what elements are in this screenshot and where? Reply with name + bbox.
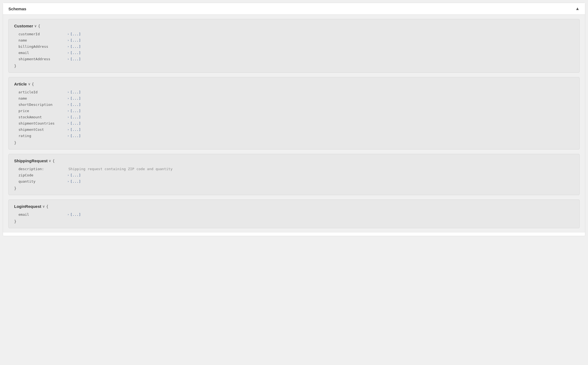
table-row: quantity› [...] <box>18 178 574 185</box>
schema-card-article: Article ∨ {articleId› [...]name› [...]sh… <box>8 77 580 150</box>
field-name-label: name <box>18 96 67 100</box>
expand-text: [...] <box>70 173 81 177</box>
page-container: Schemas ▲ Customer ∨ {customerId› [...]n… <box>3 3 585 236</box>
schema-brace-close-article: } <box>14 141 574 145</box>
expand-arrow-icon: › <box>67 51 69 55</box>
schema-chevron-article[interactable]: ∨ <box>28 82 31 86</box>
expand-text: [...] <box>70 90 81 94</box>
description-label-shippingrequest: description: <box>18 167 67 171</box>
field-name-label: shipmentAddress <box>18 57 67 61</box>
field-name-label: shipmentCountries <box>18 121 67 125</box>
field-expand-button[interactable]: › [...] <box>67 51 81 55</box>
expand-arrow-icon: › <box>67 134 69 138</box>
schema-brace-close-loginrequest: } <box>14 219 574 224</box>
field-expand-button[interactable]: › [...] <box>67 173 81 177</box>
schema-chevron-loginrequest[interactable]: ∨ <box>42 204 45 208</box>
schema-name-shippingrequest: ShippingRequest <box>14 158 48 163</box>
expand-arrow-icon: › <box>67 57 69 61</box>
field-expand-button[interactable]: › [...] <box>67 57 81 61</box>
schema-chevron-customer[interactable]: ∨ <box>34 24 37 28</box>
table-row: name› [...] <box>18 37 574 43</box>
field-expand-button[interactable]: › [...] <box>67 90 81 94</box>
field-name-label: price <box>18 109 67 113</box>
field-expand-button[interactable]: › [...] <box>67 179 81 183</box>
field-name-label: customerId <box>18 32 67 36</box>
table-row: zipCode› [...] <box>18 172 574 178</box>
expand-text: [...] <box>70 179 81 183</box>
expand-arrow-icon: › <box>67 97 69 100</box>
expand-arrow-icon: › <box>67 122 69 125</box>
schema-brace-close-customer: } <box>14 64 574 68</box>
table-row: shortDescription› [...] <box>18 101 574 108</box>
schema-brace-close-shippingrequest: } <box>14 186 574 191</box>
expand-arrow-icon: › <box>67 90 69 94</box>
table-row: name› [...] <box>18 95 574 101</box>
field-expand-button[interactable]: › [...] <box>67 121 81 125</box>
schemas-header: Schemas ▲ <box>3 3 585 15</box>
field-expand-button[interactable]: › [...] <box>67 115 81 119</box>
expand-text: [...] <box>70 32 81 36</box>
schemas-body: Customer ∨ {customerId› [...]name› [...]… <box>3 15 585 233</box>
collapse-icon[interactable]: ▲ <box>575 6 580 11</box>
table-row: stockAmount› [...] <box>18 114 574 120</box>
expand-text: [...] <box>70 212 81 217</box>
field-name-label: quantity <box>18 179 67 183</box>
expand-arrow-icon: › <box>67 128 69 131</box>
field-name-label: rating <box>18 134 67 138</box>
expand-arrow-icon: › <box>67 109 69 113</box>
field-name-label: stockAmount <box>18 115 67 119</box>
field-name-label: zipCode <box>18 173 67 177</box>
schema-description-row-shippingrequest: description:Shipping request containing … <box>18 166 574 172</box>
description-value-shippingrequest: Shipping request containing ZIP code and… <box>68 167 173 171</box>
expand-text: [...] <box>70 128 81 132</box>
field-expand-button[interactable]: › [...] <box>67 212 81 217</box>
table-row: shipmentAddress› [...] <box>18 56 574 62</box>
field-name-label: email <box>18 51 67 55</box>
expand-arrow-icon: › <box>67 103 69 106</box>
expand-text: [...] <box>70 109 81 113</box>
table-row: shipmentCountries› [...] <box>18 120 574 126</box>
expand-text: [...] <box>70 115 81 119</box>
expand-text: [...] <box>70 103 81 107</box>
schema-brace-open-loginrequest: { <box>46 204 48 209</box>
schema-card-shippingrequest: ShippingRequest ∨ {description:Shipping … <box>8 154 580 195</box>
schema-name-customer: Customer <box>14 24 33 28</box>
expand-text: [...] <box>70 38 81 42</box>
expand-text: [...] <box>70 51 81 55</box>
schema-name-article: Article <box>14 82 27 86</box>
field-name-label: name <box>18 38 67 42</box>
schema-header-loginrequest: LoginRequest ∨ { <box>14 204 574 209</box>
table-row: email› [...] <box>18 211 574 218</box>
schema-chevron-shippingrequest[interactable]: ∨ <box>49 159 51 163</box>
table-row: price› [...] <box>18 108 574 114</box>
expand-text: [...] <box>70 134 81 138</box>
schema-header-customer: Customer ∨ { <box>14 24 574 28</box>
field-expand-button[interactable]: › [...] <box>67 134 81 138</box>
schema-brace-open-article: { <box>32 82 34 86</box>
field-name-label: email <box>18 212 67 217</box>
field-expand-button[interactable]: › [...] <box>67 38 81 42</box>
expand-arrow-icon: › <box>67 115 69 119</box>
table-row: rating› [...] <box>18 133 574 139</box>
expand-text: [...] <box>70 96 81 100</box>
schemas-title: Schemas <box>8 7 26 11</box>
field-expand-button[interactable]: › [...] <box>67 32 81 36</box>
schema-brace-open-customer: { <box>38 24 40 28</box>
field-expand-button[interactable]: › [...] <box>67 109 81 113</box>
table-row: articleId› [...] <box>18 89 574 95</box>
field-expand-button[interactable]: › [...] <box>67 103 81 107</box>
field-expand-button[interactable]: › [...] <box>67 45 81 49</box>
schema-card-customer: Customer ∨ {customerId› [...]name› [...]… <box>8 19 580 73</box>
expand-arrow-icon: › <box>67 180 69 183</box>
expand-text: [...] <box>70 57 81 61</box>
expand-arrow-icon: › <box>67 32 69 36</box>
expand-text: [...] <box>70 45 81 49</box>
schema-fields-shippingrequest: zipCode› [...]quantity› [...] <box>18 172 574 185</box>
table-row: billingAddress› [...] <box>18 43 574 50</box>
field-expand-button[interactable]: › [...] <box>67 128 81 132</box>
field-name-label: shortDescription <box>18 103 67 107</box>
expand-arrow-icon: › <box>67 173 69 177</box>
field-name-label: articleId <box>18 90 67 94</box>
expand-arrow-icon: › <box>67 213 69 216</box>
field-expand-button[interactable]: › [...] <box>67 96 81 100</box>
